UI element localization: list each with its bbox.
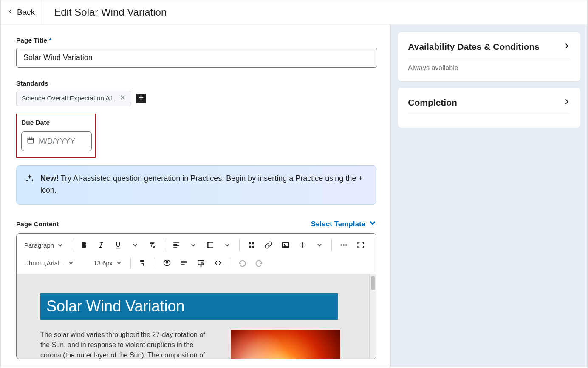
svg-rect-0 [28, 138, 34, 143]
ai-banner-text: New! Try AI-assisted question generation… [40, 173, 368, 197]
back-label: Back [17, 8, 35, 17]
underline-button[interactable] [110, 238, 126, 252]
svg-point-15 [201, 262, 203, 263]
list-options[interactable] [220, 238, 235, 252]
insert-link-button[interactable] [261, 238, 276, 252]
chevron-down-icon [369, 219, 376, 229]
format-painter-button[interactable] [135, 256, 150, 270]
preview-button[interactable] [193, 256, 209, 270]
calendar-icon [27, 137, 34, 146]
sun-image [231, 330, 340, 359]
availability-title: Availability Dates & Conditions [408, 42, 540, 52]
underline-options[interactable] [127, 238, 143, 252]
page-title-label: Page Title * [16, 37, 379, 44]
editor-scrollbar[interactable] [369, 274, 376, 359]
svg-point-4 [249, 242, 251, 244]
insert-more-button[interactable] [295, 238, 310, 252]
availability-card: Availability Dates & Conditions Always a… [398, 32, 580, 81]
due-date-section: Due Date M/D/YYYY [16, 114, 96, 158]
align-options[interactable] [186, 238, 201, 252]
select-template-label: Select Template [311, 220, 365, 228]
page-title-input[interactable] [16, 48, 377, 68]
svg-point-3 [207, 247, 209, 248]
plus-icon [138, 94, 144, 102]
chevron-right-icon [563, 98, 570, 107]
editor-toolbar: Paragraph [17, 234, 376, 274]
select-template-button[interactable]: Select Template [311, 219, 376, 229]
availability-header[interactable]: Availability Dates & Conditions [408, 42, 570, 58]
svg-point-7 [252, 246, 254, 248]
word-count-button[interactable] [176, 256, 192, 270]
svg-rect-6 [249, 246, 251, 248]
list-button[interactable] [203, 238, 218, 252]
due-date-label: Due Date [21, 119, 91, 126]
svg-point-2 [207, 245, 209, 246]
editor-content-area[interactable]: Solar Wind Variation The solar wind vari… [17, 274, 376, 359]
svg-point-13 [166, 262, 167, 263]
source-code-button[interactable] [210, 256, 226, 270]
clear-format-button[interactable] [144, 238, 160, 252]
completion-title: Completion [408, 97, 457, 108]
font-family-select[interactable]: Ubuntu,Arial... [20, 256, 78, 270]
sidebar-scroll-area[interactable]: Availability Dates & Conditions Always a… [391, 25, 587, 367]
svg-point-9 [284, 244, 285, 245]
svg-rect-5 [252, 242, 254, 244]
more-actions-button[interactable] [336, 238, 351, 252]
bold-button[interactable] [76, 238, 92, 252]
insert-more-options[interactable] [312, 238, 327, 252]
rich-text-editor: Paragraph [16, 233, 376, 359]
svg-point-11 [343, 244, 344, 245]
fullscreen-button[interactable] [353, 238, 368, 252]
accessibility-check-button[interactable] [159, 256, 175, 270]
page-title: Edit Solar Wind Variation [42, 6, 167, 18]
page-content-label: Page Content [16, 220, 59, 228]
svg-point-1 [207, 242, 209, 244]
svg-point-12 [345, 244, 347, 245]
back-button[interactable]: Back [1, 0, 42, 24]
font-size-select[interactable]: 13.6px [89, 256, 126, 270]
standards-chip-label: Science Overall Expectation A1. [22, 94, 116, 102]
availability-status: Always available [408, 58, 570, 72]
doc-paragraph: The solar wind varies throughout the 27-… [40, 330, 210, 359]
insert-stuff-button[interactable] [244, 238, 259, 252]
align-button[interactable] [169, 238, 184, 252]
close-icon[interactable] [120, 94, 126, 102]
add-standard-button[interactable] [136, 94, 146, 103]
due-date-placeholder: M/D/YYYY [39, 137, 75, 146]
sparkle-icon [25, 173, 34, 185]
svg-point-10 [341, 244, 342, 245]
main-scroll-area[interactable]: Page Title * Standards Science Overall E… [1, 25, 390, 367]
completion-header[interactable]: Completion [408, 97, 570, 114]
insert-image-button[interactable] [278, 238, 293, 252]
ai-banner: New! Try AI-assisted question generation… [16, 165, 376, 205]
chevron-right-icon [563, 43, 570, 51]
standards-chip[interactable]: Science Overall Expectation A1. [16, 91, 131, 106]
redo-button[interactable] [252, 256, 267, 270]
italic-button[interactable] [93, 238, 109, 252]
standards-label: Standards [16, 80, 379, 87]
undo-button[interactable] [235, 256, 250, 270]
doc-heading: Solar Wind Variation [40, 293, 338, 320]
due-date-input[interactable]: M/D/YYYY [21, 131, 92, 151]
completion-card: Completion [398, 88, 580, 128]
block-format-select[interactable]: Paragraph [20, 238, 68, 252]
chevron-left-icon [8, 9, 14, 16]
